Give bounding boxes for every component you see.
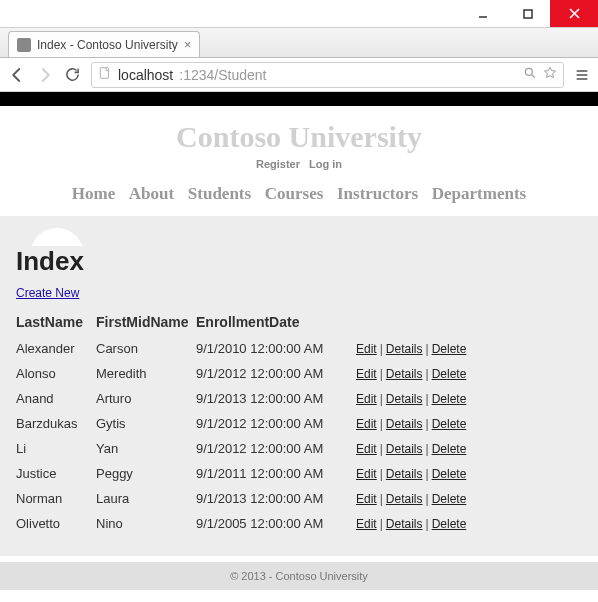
cell-firstmidname: Peggy <box>96 461 196 486</box>
edit-link[interactable]: Edit <box>356 467 377 481</box>
window-maximize-button[interactable] <box>505 0 550 27</box>
delete-link[interactable]: Delete <box>432 492 467 506</box>
window-minimize-button[interactable] <box>460 0 505 27</box>
cell-enrollmentdate: 9/1/2011 12:00:00 AM <box>196 461 356 486</box>
page-footer: © 2013 - Contoso University <box>0 562 598 590</box>
edit-link[interactable]: Edit <box>356 392 377 406</box>
delete-link[interactable]: Delete <box>432 467 467 481</box>
cell-actions: Edit|Details|Delete <box>356 386 582 411</box>
cell-enrollmentdate: 9/1/2013 12:00:00 AM <box>196 386 356 411</box>
table-row: AlonsoMeredith9/1/2012 12:00:00 AMEdit|D… <box>16 361 582 386</box>
browser-toolbar: localhost:1234/Student <box>0 58 598 92</box>
delete-link[interactable]: Delete <box>432 417 467 431</box>
details-link[interactable]: Details <box>386 492 423 506</box>
url-host: localhost <box>118 67 173 83</box>
reload-button[interactable] <box>64 66 81 83</box>
nav-courses[interactable]: Courses <box>265 184 324 204</box>
bookmark-star-icon[interactable] <box>543 66 557 83</box>
cell-actions: Edit|Details|Delete <box>356 436 582 461</box>
table-row: JusticePeggy9/1/2011 12:00:00 AMEdit|Det… <box>16 461 582 486</box>
nav-about[interactable]: About <box>129 184 174 204</box>
col-enrollmentdate: EnrollmentDate <box>196 310 356 336</box>
table-row: BarzdukasGytis9/1/2012 12:00:00 AMEdit|D… <box>16 411 582 436</box>
nav-departments[interactable]: Departments <box>432 184 526 204</box>
edit-link[interactable]: Edit <box>356 442 377 456</box>
cell-actions: Edit|Details|Delete <box>356 461 582 486</box>
col-firstmidname: FirstMidName <box>96 310 196 336</box>
login-link[interactable]: Log in <box>309 158 342 170</box>
delete-link[interactable]: Delete <box>432 517 467 531</box>
cell-enrollmentdate: 9/1/2010 12:00:00 AM <box>196 336 356 361</box>
cell-lastname: Li <box>16 436 96 461</box>
nav-home[interactable]: Home <box>72 184 115 204</box>
page-heading: Index <box>16 246 582 277</box>
browser-tabstrip: Index - Contoso University × <box>0 28 598 58</box>
edit-link[interactable]: Edit <box>356 367 377 381</box>
cell-enrollmentdate: 9/1/2012 12:00:00 AM <box>196 436 356 461</box>
delete-link[interactable]: Delete <box>432 367 467 381</box>
cell-firstmidname: Gytis <box>96 411 196 436</box>
url-path: :1234/Student <box>179 67 266 83</box>
back-button[interactable] <box>8 66 26 84</box>
cell-actions: Edit|Details|Delete <box>356 511 582 536</box>
edit-link[interactable]: Edit <box>356 417 377 431</box>
table-row: NormanLaura9/1/2013 12:00:00 AMEdit|Deta… <box>16 486 582 511</box>
cell-lastname: Alexander <box>16 336 96 361</box>
table-row: LiYan9/1/2012 12:00:00 AMEdit|Details|De… <box>16 436 582 461</box>
cell-lastname: Anand <box>16 386 96 411</box>
create-new-link[interactable]: Create New <box>16 286 79 300</box>
browser-tab[interactable]: Index - Contoso University × <box>8 31 200 57</box>
delete-link[interactable]: Delete <box>432 392 467 406</box>
cell-firstmidname: Carson <box>96 336 196 361</box>
cell-actions: Edit|Details|Delete <box>356 411 582 436</box>
cell-enrollmentdate: 9/1/2012 12:00:00 AM <box>196 411 356 436</box>
forward-button[interactable] <box>36 66 54 84</box>
table-row: AnandArturo9/1/2013 12:00:00 AMEdit|Deta… <box>16 386 582 411</box>
cell-lastname: Alonso <box>16 361 96 386</box>
details-link[interactable]: Details <box>386 342 423 356</box>
window-close-button[interactable] <box>550 0 598 27</box>
register-link[interactable]: Register <box>256 158 300 170</box>
window-titlebar <box>0 0 598 28</box>
svg-rect-4 <box>100 68 108 79</box>
table-row: AlexanderCarson9/1/2010 12:00:00 AMEdit|… <box>16 336 582 361</box>
edit-link[interactable]: Edit <box>356 492 377 506</box>
students-table: LastName FirstMidName EnrollmentDate Ale… <box>16 310 582 536</box>
col-lastname: LastName <box>16 310 96 336</box>
site-title: Contoso University <box>0 120 598 154</box>
edit-link[interactable]: Edit <box>356 517 377 531</box>
top-black-bar <box>0 92 598 106</box>
cell-firstmidname: Yan <box>96 436 196 461</box>
details-link[interactable]: Details <box>386 442 423 456</box>
delete-link[interactable]: Delete <box>432 442 467 456</box>
details-link[interactable]: Details <box>386 367 423 381</box>
cell-actions: Edit|Details|Delete <box>356 361 582 386</box>
cell-actions: Edit|Details|Delete <box>356 486 582 511</box>
cell-firstmidname: Nino <box>96 511 196 536</box>
tab-close-icon[interactable]: × <box>184 37 192 52</box>
favicon-icon <box>17 38 31 52</box>
main-nav: Home About Students Courses Instructors … <box>0 184 598 216</box>
details-link[interactable]: Details <box>386 467 423 481</box>
table-row: OlivettoNino9/1/2005 12:00:00 AMEdit|Det… <box>16 511 582 536</box>
address-bar[interactable]: localhost:1234/Student <box>91 62 564 88</box>
cell-enrollmentdate: 9/1/2012 12:00:00 AM <box>196 361 356 386</box>
search-icon[interactable] <box>523 66 537 83</box>
delete-link[interactable]: Delete <box>432 342 467 356</box>
nav-students[interactable]: Students <box>188 184 251 204</box>
tab-title: Index - Contoso University <box>37 38 178 52</box>
details-link[interactable]: Details <box>386 417 423 431</box>
svg-rect-1 <box>524 10 532 18</box>
footer-text: © 2013 - Contoso University <box>230 570 368 582</box>
cell-lastname: Olivetto <box>16 511 96 536</box>
details-link[interactable]: Details <box>386 517 423 531</box>
details-link[interactable]: Details <box>386 392 423 406</box>
tab-knob <box>30 228 84 246</box>
cell-enrollmentdate: 9/1/2013 12:00:00 AM <box>196 486 356 511</box>
nav-instructors[interactable]: Instructors <box>337 184 418 204</box>
cell-firstmidname: Laura <box>96 486 196 511</box>
cell-lastname: Justice <box>16 461 96 486</box>
cell-firstmidname: Arturo <box>96 386 196 411</box>
menu-button[interactable] <box>574 67 590 83</box>
edit-link[interactable]: Edit <box>356 342 377 356</box>
